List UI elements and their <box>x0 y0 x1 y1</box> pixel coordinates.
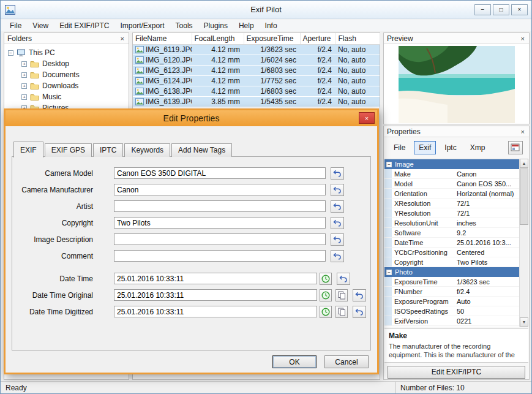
properties-tool-button[interactable] <box>508 141 523 154</box>
column-header-exposuretime[interactable]: ExposureTime <box>244 33 300 44</box>
copyright-input[interactable] <box>114 217 326 229</box>
menu-help[interactable]: Help <box>233 20 260 31</box>
property-row-resolutionunit[interactable]: ResolutionUnitinches <box>384 218 519 228</box>
close-icon[interactable]: × <box>520 35 526 42</box>
expand-icon[interactable]: + <box>21 61 27 67</box>
properties-tab-file[interactable]: File <box>389 141 410 154</box>
tree-item-documents[interactable]: +Documents <box>4 69 129 80</box>
property-row-model[interactable]: ModelCanon EOS 350... <box>384 179 519 189</box>
undo-button[interactable] <box>331 217 344 229</box>
close-icon[interactable]: × <box>520 128 526 135</box>
property-row-orientation[interactable]: OrientationHorizontal (normal) <box>384 189 519 199</box>
artist-input[interactable] <box>114 200 326 212</box>
property-row-copyright[interactable]: CopyrightTwo Pilots <box>384 257 519 267</box>
properties-tab-xmp[interactable]: Xmp <box>465 141 490 154</box>
properties-tab-exif[interactable]: Exif <box>414 141 436 154</box>
property-row-exposureprogram[interactable]: ExposureProgramAuto <box>384 297 519 306</box>
menu-plugins[interactable]: Plugins <box>198 20 233 31</box>
camera-manufacturer-input[interactable] <box>114 184 326 195</box>
undo-button[interactable] <box>331 167 344 180</box>
close-button[interactable]: × <box>511 4 528 15</box>
preview-body <box>384 45 529 124</box>
file-cell: No, auto <box>335 75 380 86</box>
dialog-tab-exif-gps[interactable]: EXIF GPS <box>45 143 92 157</box>
undo-button[interactable] <box>331 184 344 196</box>
copy-button[interactable] <box>335 289 348 301</box>
file-row[interactable]: IMG_6124.JPG4.12 mm1/7752 secf/2.4No, au… <box>133 75 380 86</box>
tree-item-music[interactable]: +Music <box>4 91 129 102</box>
file-row[interactable]: IMG_6120.JPG4.12 mm1/6024 secf/2.4No, au… <box>133 55 380 65</box>
dialog-close-button[interactable]: × <box>359 112 375 124</box>
menu-info[interactable]: Info <box>260 20 283 31</box>
property-row-exifversion[interactable]: ExifVersion0221 <box>384 316 519 326</box>
edit-exif-iptc-button[interactable]: Edit EXIF/IPTC <box>388 366 525 379</box>
property-row-xresolution[interactable]: XResolution72/1 <box>384 199 519 208</box>
menu-import-export[interactable]: Import/Export <box>115 20 170 31</box>
property-section-image[interactable]: −Image <box>384 159 519 169</box>
dialog-tab-iptc[interactable]: IPTC <box>93 143 123 157</box>
date-time-digitized-input[interactable] <box>114 306 317 317</box>
property-row-make[interactable]: MakeCanon <box>384 169 519 179</box>
undo-button[interactable] <box>337 273 350 285</box>
camera-model-input[interactable] <box>114 167 326 179</box>
dialog-tab-add-new-tags[interactable]: Add New Tags <box>171 143 232 157</box>
date-time-original-input[interactable] <box>114 289 317 301</box>
undo-button[interactable] <box>353 289 366 301</box>
property-row-datetime[interactable]: DateTime25.01.2016 10:3... <box>384 238 519 248</box>
dialog-tab-exif[interactable]: EXIF <box>13 142 43 157</box>
menu-edit-exif-iptc[interactable]: Edit EXIF/IPTC <box>54 20 114 31</box>
property-row-yresolution[interactable]: YResolution72/1 <box>384 208 519 218</box>
expand-icon[interactable]: + <box>21 83 27 89</box>
column-header-filename[interactable]: FileName <box>133 33 192 44</box>
scroll-up-icon[interactable]: ▲ <box>520 159 528 168</box>
tree-item-desktop[interactable]: +Desktop <box>4 58 129 69</box>
menu-file[interactable]: File <box>4 20 27 31</box>
menu-tools[interactable]: Tools <box>170 20 198 31</box>
property-row-software[interactable]: Software9.2 <box>384 228 519 238</box>
scroll-thumb[interactable] <box>520 169 528 225</box>
copy-button[interactable] <box>335 306 348 318</box>
column-header-aperture[interactable]: Aperture <box>300 33 335 44</box>
expand-icon[interactable]: + <box>21 72 27 78</box>
clock-button[interactable] <box>320 306 332 318</box>
column-header-flash[interactable]: Flash <box>335 33 380 44</box>
ok-button[interactable]: OK <box>272 355 317 368</box>
file-row[interactable]: IMG_6123.JPG4.12 mm1/6803 secf/2.4No, au… <box>133 65 380 75</box>
scrollbar[interactable]: ▲ ▼ <box>519 159 528 327</box>
property-description: Make The manufacturer of the recording e… <box>384 328 528 363</box>
collapse-icon[interactable]: − <box>386 162 392 167</box>
clock-button[interactable] <box>320 289 332 301</box>
property-row-exposuretime[interactable]: ExposureTime1/3623 sec <box>384 277 519 287</box>
scroll-down-icon[interactable]: ▼ <box>520 317 528 327</box>
close-icon[interactable]: × <box>119 35 126 42</box>
undo-button[interactable] <box>331 233 344 246</box>
menu-view[interactable]: View <box>27 20 54 31</box>
dialog-tab-keywords[interactable]: Keywords <box>124 143 170 157</box>
property-section-photo[interactable]: −Photo <box>384 267 519 277</box>
property-row-ycbcrpositioning[interactable]: YCbCrPositioningCentered <box>384 248 519 257</box>
undo-button[interactable] <box>353 306 366 318</box>
tree-item-this-pc[interactable]: −This PC <box>4 47 129 58</box>
file-cell: 4.12 mm <box>192 55 244 65</box>
property-row-fnumber[interactable]: FNumberf/2.4 <box>384 287 519 297</box>
minimize-button[interactable]: − <box>474 4 491 15</box>
properties-tab-iptc[interactable]: Iptc <box>440 141 461 154</box>
file-row[interactable]: IMG_6138.JPG4.12 mm1/6803 secf/2.4No, au… <box>133 86 380 96</box>
file-row[interactable]: IMG_6119.JPG4.12 mm1/3623 secf/2.4No, au… <box>133 44 380 55</box>
clock-icon <box>321 275 330 283</box>
date-time-input[interactable] <box>114 273 317 284</box>
collapse-icon[interactable]: − <box>386 270 392 275</box>
column-header-focallength[interactable]: FocalLength <box>192 33 244 44</box>
image-description-input[interactable] <box>114 233 326 245</box>
undo-button[interactable] <box>331 200 344 213</box>
undo-button[interactable] <box>331 250 344 262</box>
expand-icon[interactable]: + <box>21 94 27 100</box>
collapse-icon[interactable]: − <box>8 50 13 56</box>
comment-input[interactable] <box>114 250 326 262</box>
property-row-isospeedratings[interactable]: ISOSpeedRatings50 <box>384 306 519 316</box>
tree-item-downloads[interactable]: +Downloads <box>4 80 129 91</box>
file-row[interactable]: IMG_6139.JPG3.85 mm1/5435 secf/2.4No, au… <box>133 96 380 107</box>
maximize-button[interactable]: □ <box>493 4 509 15</box>
cancel-button[interactable]: Cancel <box>324 355 369 368</box>
clock-button[interactable] <box>320 273 332 285</box>
